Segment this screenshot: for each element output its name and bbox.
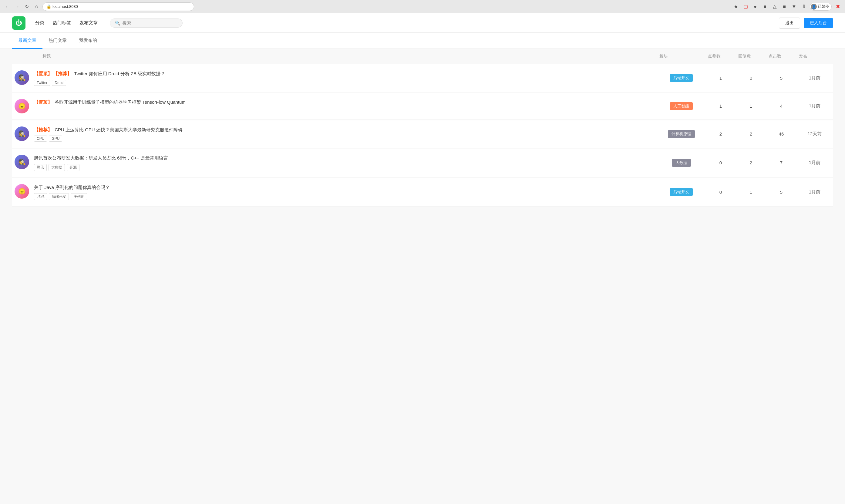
url-text: localhost:8080: [52, 4, 78, 9]
table-row: 😠 【置顶】 谷歌开源用于训练量子模型的机器学习框架 TensorFlow Qu…: [12, 93, 833, 120]
search-bar[interactable]: 🔍: [110, 18, 183, 28]
publish-col: 1月前: [796, 189, 833, 195]
search-icon: 🔍: [115, 21, 120, 25]
tag-bigdata[interactable]: 大数据: [49, 164, 65, 171]
likes-col: 0: [705, 190, 736, 195]
article-tags: 腾讯 大数据 开源: [34, 164, 654, 171]
likes-col: 1: [705, 103, 736, 109]
table-header: 标题 板块 点赞数 回复数 点击数 发布: [12, 49, 833, 64]
avatar: 😠: [15, 184, 29, 199]
article-tags: Java 后端开发 序列化: [34, 193, 654, 200]
avatar: 🕵️: [15, 126, 29, 141]
main-nav: 分类 热门标签 发布文章: [35, 20, 98, 26]
tag-serial[interactable]: 序列化: [71, 193, 87, 200]
publish-col: 12天前: [796, 131, 833, 137]
nav-publish[interactable]: 发布文章: [79, 20, 98, 26]
board-badge[interactable]: 后端开发: [670, 74, 693, 82]
replies-col: 1: [736, 103, 766, 109]
board-col: 计算机原理: [657, 130, 705, 138]
title-text: 关于 Java 序列化的问题你真的会吗？: [34, 185, 110, 190]
clicks-col: 5: [766, 75, 796, 81]
tag-cpu[interactable]: CPU: [34, 136, 47, 142]
ext1-icon[interactable]: ●: [752, 3, 759, 10]
tag-opensource[interactable]: 开源: [67, 164, 79, 171]
download-icon[interactable]: ⇩: [800, 3, 807, 10]
article-tabs: 最新文章 热门文章 我发布的: [12, 33, 833, 49]
star-icon[interactable]: ★: [732, 3, 739, 10]
nav-hot-tags[interactable]: 热门标签: [53, 20, 71, 26]
likes-col: 2: [705, 131, 736, 137]
lock-icon: 🔒: [47, 4, 51, 9]
tab-mine[interactable]: 我发布的: [73, 33, 103, 49]
ext5-icon[interactable]: ▼: [790, 3, 798, 10]
home-button[interactable]: ⌂: [33, 3, 40, 10]
ext3-icon[interactable]: △: [771, 3, 778, 10]
profile-button[interactable]: 👤 已暂停: [810, 3, 832, 11]
recommend-tag: 【推荐】: [34, 127, 52, 132]
nav-category[interactable]: 分类: [35, 20, 44, 26]
app-container: ⏻ 分类 热门标签 发布文章 🔍 退出 进入后台 最新文章 热门文章 我发布的: [0, 13, 845, 504]
article-title[interactable]: 【推荐】 CPU 上运算比 GPU 还快？美国莱斯大学最新研究克服硬件障碍: [34, 126, 654, 133]
board-badge[interactable]: 人工智能: [670, 102, 693, 110]
close-icon[interactable]: ✖: [834, 3, 841, 10]
paused-label: 已暂停: [818, 4, 829, 9]
address-bar[interactable]: 🔒 localhost:8080: [42, 2, 194, 11]
ext4-icon[interactable]: ■: [781, 3, 788, 10]
pinned-tag: 【置顶】: [34, 100, 52, 105]
clicks-col: 5: [766, 190, 796, 195]
title-text: Twitter 如何应用 Druid 分析 ZB 级实时数据？: [73, 71, 165, 76]
ext2-icon[interactable]: ■: [761, 3, 769, 10]
title-text: 谷歌开源用于训练量子模型的机器学习框架 TensorFlow Quantum: [53, 100, 186, 105]
col-likes: 点赞数: [705, 54, 736, 59]
site-logo[interactable]: ⏻: [12, 16, 25, 30]
table-row: 😠 关于 Java 序列化的问题你真的会吗？ Java 后端开发 序列化 后端开…: [12, 178, 833, 207]
article-title[interactable]: 腾讯首次公布研发大数据：研发人员占比 66%，C++ 是最常用语言: [34, 155, 654, 162]
avatar: 😠: [15, 99, 29, 113]
article-main-col: 🕵️ 【置顶】【推荐】 Twitter 如何应用 Druid 分析 ZB 级实时…: [12, 70, 657, 86]
likes-col: 1: [705, 75, 736, 81]
back-button[interactable]: ←: [4, 3, 11, 10]
admin-button[interactable]: 进入后台: [804, 18, 833, 28]
pinned-tag: 【置顶】: [34, 71, 52, 76]
title-text: 腾讯首次公布研发大数据：研发人员占比 66%，C++ 是最常用语言: [34, 155, 168, 160]
search-input[interactable]: [123, 21, 177, 25]
tabs-container: 最新文章 热门文章 我发布的: [0, 33, 845, 49]
board-badge[interactable]: 后端开发: [670, 188, 693, 196]
col-replies: 回复数: [736, 54, 766, 59]
forward-button[interactable]: →: [13, 3, 21, 10]
tag-tencent[interactable]: 腾讯: [34, 164, 47, 171]
article-main-col: 🕵️ 【推荐】 CPU 上运算比 GPU 还快？美国莱斯大学最新研究克服硬件障碍…: [12, 126, 657, 142]
article-info: 腾讯首次公布研发大数据：研发人员占比 66%，C++ 是最常用语言 腾讯 大数据…: [34, 155, 654, 171]
avatar: 🕵️: [15, 70, 29, 85]
article-info: 【推荐】 CPU 上运算比 GPU 还快？美国莱斯大学最新研究克服硬件障碍 CP…: [34, 126, 654, 142]
tab-latest[interactable]: 最新文章: [12, 33, 42, 49]
browser-toolbar: ★ ▢ ● ■ △ ■ ▼ ⇩ 👤 已暂停 ✖: [732, 3, 841, 11]
col-board: 板块: [657, 54, 705, 59]
logout-button[interactable]: 退出: [779, 18, 800, 29]
avatar: 🕵️: [15, 155, 29, 169]
refresh-button[interactable]: ↻: [23, 3, 30, 10]
article-main-col: 😠 关于 Java 序列化的问题你真的会吗？ Java 后端开发 序列化: [12, 184, 657, 200]
col-title: 标题: [12, 54, 657, 59]
board-badge[interactable]: 计算机原理: [668, 130, 695, 138]
board-col: 人工智能: [657, 102, 705, 110]
board-badge[interactable]: 大数据: [672, 159, 691, 167]
replies-col: 1: [736, 190, 766, 195]
table-row: 🕵️ 腾讯首次公布研发大数据：研发人员占比 66%，C++ 是最常用语言 腾讯 …: [12, 149, 833, 177]
tag-twitter[interactable]: Twitter: [34, 80, 50, 86]
tag-java[interactable]: Java: [34, 193, 47, 200]
clicks-col: 4: [766, 103, 796, 109]
board-col: 后端开发: [657, 74, 705, 82]
publish-col: 1月前: [796, 160, 833, 166]
article-title[interactable]: 【置顶】 谷歌开源用于训练量子模型的机器学习框架 TensorFlow Quan…: [34, 99, 654, 106]
tab-hot[interactable]: 热门文章: [42, 33, 73, 49]
tag-backend[interactable]: 后端开发: [49, 193, 69, 200]
tag-gpu[interactable]: GPU: [49, 136, 62, 142]
tag-druid[interactable]: Druid: [52, 80, 66, 86]
article-title[interactable]: 关于 Java 序列化的问题你真的会吗？: [34, 184, 654, 191]
col-publish: 发布: [796, 54, 833, 59]
adblock-icon[interactable]: ▢: [742, 3, 749, 10]
profile-avatar: 👤: [811, 4, 817, 10]
article-title[interactable]: 【置顶】【推荐】 Twitter 如何应用 Druid 分析 ZB 级实时数据？: [34, 70, 654, 77]
replies-col: 2: [736, 131, 766, 137]
